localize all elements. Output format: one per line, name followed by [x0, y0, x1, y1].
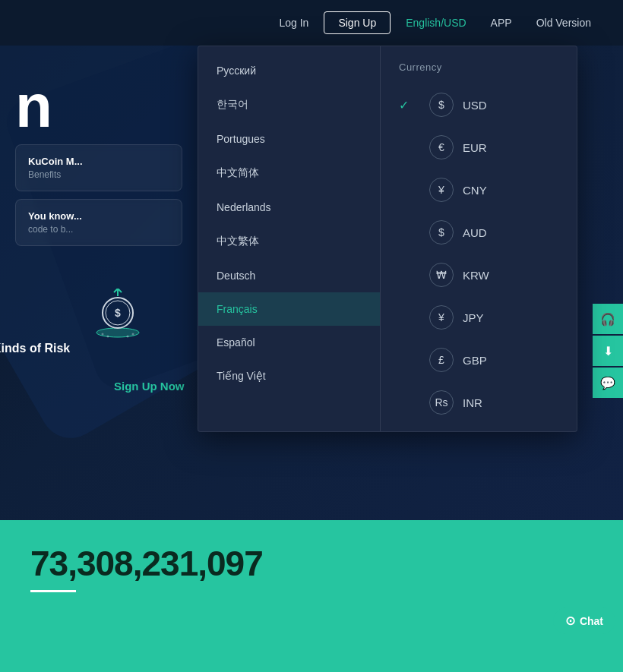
nav-links: Log In Sign Up English/USD APP Old Versi…: [270, 11, 600, 34]
download-icon-button[interactable]: ⬇: [593, 336, 623, 366]
language-item-chinese-simplified[interactable]: 中文简体: [198, 156, 380, 191]
card-code: You know... code to b...: [15, 199, 182, 246]
currency-symbol-jpy: ¥: [429, 305, 454, 330]
currency-symbol-eur: €: [429, 135, 454, 159]
currency-symbol-krw: ₩: [429, 263, 454, 287]
currency-inner-gbp: £GBP: [429, 348, 558, 372]
login-button[interactable]: Log In: [270, 12, 318, 33]
language-panel: Русский한국어Portugues中文简体Nederlands中文繁体Deu…: [198, 46, 381, 431]
coin-icon: $: [91, 289, 144, 342]
currency-symbol-gbp: £: [429, 348, 454, 372]
stat-container: 73,308,231,097: [30, 543, 263, 592]
card-membership: KuCoin M... Benefits: [15, 144, 182, 191]
currency-inner-eur: €EUR: [429, 135, 558, 159]
svg-text:$: $: [115, 307, 121, 319]
svg-point-6: [107, 336, 109, 338]
currency-symbol-usd: $: [429, 93, 454, 117]
language-item-french[interactable]: Français: [198, 292, 380, 326]
card-code-title: You know...: [28, 210, 169, 222]
currency-panel: Currency ✓$USD€EUR¥CNY$AUD₩KRW¥JPY£GBPRs…: [381, 46, 577, 431]
old-version-button[interactable]: Old Version: [527, 12, 600, 33]
card-membership-sub: Benefits: [28, 169, 169, 180]
currency-check-usd: ✓: [399, 98, 414, 112]
signup-button[interactable]: Sign Up: [324, 11, 391, 34]
currency-name-gbp: GBP: [463, 354, 487, 367]
language-list: Русский한국어Portugues中文简体Nederlands中文繁体Deu…: [198, 54, 380, 393]
currency-symbol-cny: ¥: [429, 178, 454, 202]
language-item-portugues[interactable]: Portugues: [198, 122, 380, 156]
currency-inner-usd: $USD: [429, 93, 558, 117]
support-icon-button[interactable]: 🎧: [593, 304, 623, 334]
coin-icon-area: $: [91, 289, 144, 345]
card-code-sub: code to b...: [28, 224, 169, 235]
language-currency-dropdown: Русский한국어Portugues中文简体Nederlands中文繁体Deu…: [198, 46, 577, 432]
left-content: n KuCoin M... Benefits You know... code …: [0, 46, 198, 261]
stat-number: 73,308,231,097: [30, 543, 263, 584]
currency-item-inr[interactable]: RsINR: [381, 381, 577, 424]
currency-inner-cny: ¥CNY: [429, 178, 558, 202]
svg-point-0: [96, 328, 139, 337]
download-icon: ⬇: [603, 344, 613, 358]
currency-header: Currency: [381, 54, 577, 84]
hero-letter: n: [15, 76, 182, 137]
stat-underline: [30, 590, 76, 592]
currency-name-jpy: JPY: [463, 311, 484, 324]
navbar: Log In Sign Up English/USD APP Old Versi…: [0, 0, 623, 46]
app-button[interactable]: APP: [482, 12, 521, 33]
language-item-chinese-traditional[interactable]: 中文繁体: [198, 224, 380, 259]
language-item-german[interactable]: Deutsch: [198, 259, 380, 292]
currency-symbol-aud: $: [429, 220, 454, 245]
currency-inner-jpy: ¥JPY: [429, 305, 558, 330]
language-item-russian[interactable]: Русский: [198, 54, 380, 87]
chat-label: Chat: [580, 615, 603, 627]
svg-point-5: [102, 333, 104, 336]
language-item-korean[interactable]: 한국어: [198, 87, 380, 122]
currency-symbol-inr: Rs: [429, 390, 454, 415]
chat-button[interactable]: ⊙ Chat: [553, 607, 615, 634]
currency-item-usd[interactable]: ✓$USD: [381, 84, 577, 126]
currency-item-cny[interactable]: ¥CNY: [381, 169, 577, 211]
currency-inner-inr: RsINR: [429, 390, 558, 415]
currency-inner-krw: ₩KRW: [429, 263, 558, 287]
signup-now-link[interactable]: Sign Up Now: [114, 380, 185, 393]
bottom-stats-section: 73,308,231,097: [0, 520, 623, 672]
message-icon: 💬: [600, 376, 615, 390]
currency-name-cny: CNY: [463, 184, 487, 197]
card-membership-title: KuCoin M...: [28, 156, 169, 167]
currency-name-usd: USD: [463, 99, 487, 112]
chat-icon: ⊙: [565, 614, 575, 628]
svg-point-7: [127, 336, 129, 338]
currency-item-eur[interactable]: €EUR: [381, 126, 577, 169]
risk-text: Kinds of Risk: [0, 342, 70, 355]
currency-name-inr: INR: [463, 396, 482, 409]
currency-name-krw: KRW: [463, 269, 489, 282]
language-selector[interactable]: English/USD: [397, 12, 475, 33]
currency-item-aud[interactable]: $AUD: [381, 211, 577, 254]
sidebar-icons: 🎧 ⬇ 💬: [593, 304, 623, 398]
language-item-vietnamese[interactable]: Tiếng Việt: [198, 359, 380, 393]
currency-item-gbp[interactable]: £GBP: [381, 339, 577, 381]
message-icon-button[interactable]: 💬: [593, 368, 623, 398]
language-item-dutch[interactable]: Nederlands: [198, 191, 380, 224]
svg-point-8: [132, 333, 134, 336]
currency-item-jpy[interactable]: ¥JPY: [381, 296, 577, 339]
language-item-spanish[interactable]: Español: [198, 326, 380, 359]
currency-name-aud: AUD: [463, 226, 487, 239]
headset-icon: 🎧: [600, 312, 615, 327]
currency-item-krw[interactable]: ₩KRW: [381, 254, 577, 296]
currency-name-eur: EUR: [463, 141, 487, 154]
currency-inner-aud: $AUD: [429, 220, 558, 245]
